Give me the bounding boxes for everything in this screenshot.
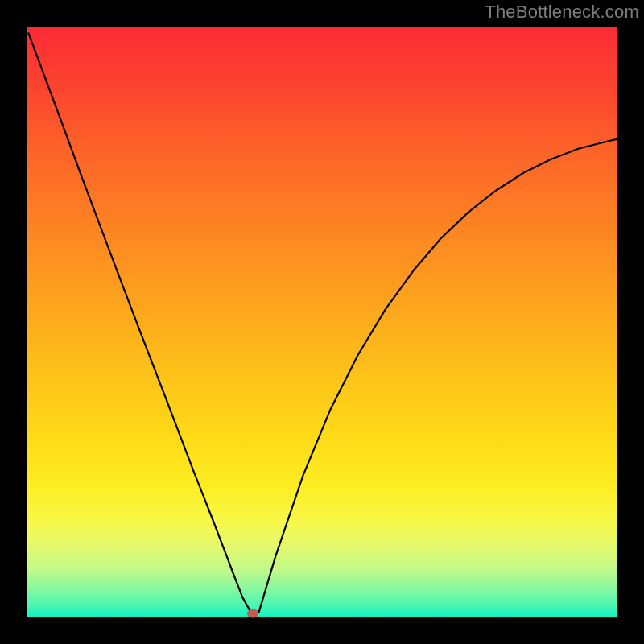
watermark-label: TheBottleneck.com — [485, 2, 639, 23]
minimum-marker-icon — [247, 609, 258, 618]
bottleneck-curve — [27, 27, 617, 617]
plot-area — [27, 27, 617, 617]
chart-frame: TheBottleneck.com — [0, 0, 644, 644]
